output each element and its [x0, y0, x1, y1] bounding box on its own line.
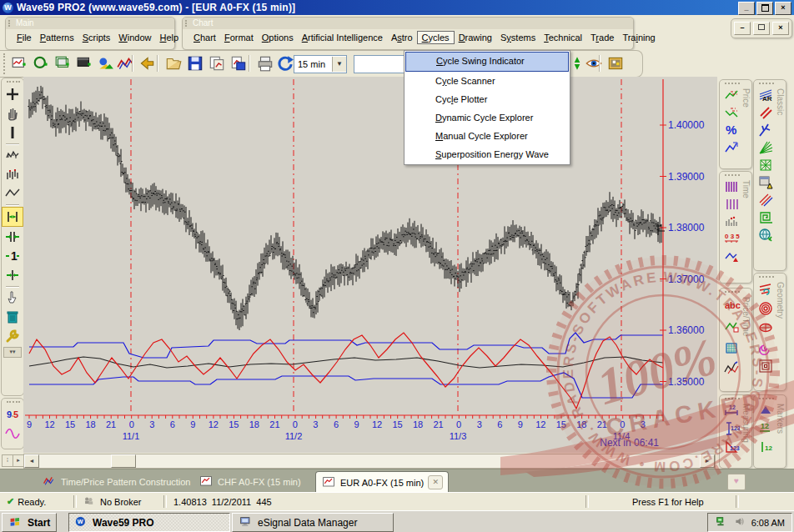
menu-item-drawing[interactable]: Drawing — [455, 31, 496, 44]
nine-five-tool[interactable]: 95 — [3, 405, 23, 424]
palette-measuring[interactable]: Measuring12123123 — [719, 394, 752, 469]
toolbar-scroll-down-button[interactable]: ▾▾ — [3, 347, 22, 358]
menu-item-systems[interactable]: Systems — [496, 31, 540, 44]
trash-tool[interactable] — [3, 308, 23, 326]
scrollbar-thumb[interactable] — [111, 454, 136, 468]
vlines4-tool[interactable] — [722, 196, 741, 212]
spiral-sq-tool[interactable] — [756, 209, 775, 225]
menu-item-cycle-plotter[interactable]: Cycle Plotter — [405, 90, 569, 108]
horizontal-scrollbar[interactable]: ◄ ► — [23, 454, 716, 469]
t035-tool[interactable]: 0 3 5 — [722, 231, 741, 247]
pitchfork-tool[interactable] — [756, 122, 775, 138]
main-toolbar-header[interactable]: Main — [6, 18, 174, 29]
bars-small-tool[interactable] — [3, 146, 23, 164]
crosshatch-tool[interactable] — [756, 157, 775, 173]
drag-grip[interactable] — [3, 53, 8, 74]
chart-toolbar-panel[interactable]: Chart ChartFormatOptionsArtificial Intel… — [182, 17, 634, 50]
menu-item-file[interactable]: File — [13, 31, 36, 44]
zigzag-line-tool[interactable] — [3, 184, 23, 203]
crosshair-tool[interactable] — [3, 85, 23, 103]
tri-ruler-tool[interactable]: 123 — [722, 439, 741, 455]
palette-time[interactable]: Time0 3 5 — [719, 171, 752, 284]
eye-icon[interactable] — [584, 53, 604, 73]
mdi-close-button[interactable]: × — [772, 22, 789, 35]
menu-item-options[interactable]: Options — [258, 31, 298, 44]
pane-expand-button[interactable]: ▸ — [13, 454, 24, 467]
drag-grip[interactable] — [7, 401, 20, 405]
image-window-icon[interactable] — [606, 53, 626, 73]
slashes-rb-tool[interactable] — [756, 192, 775, 208]
m12line-tool[interactable]: 12 — [756, 420, 775, 437]
price-zz-up-tool[interactable] — [722, 87, 741, 103]
menu-item-window[interactable]: Window — [114, 31, 155, 44]
drag-grip[interactable] — [759, 276, 774, 280]
chart-area[interactable]: 9121518210369121518210369121518210369121… — [23, 77, 717, 469]
bars-hilo-tool[interactable] — [3, 165, 23, 183]
globe-tool[interactable] — [756, 227, 775, 243]
ellipse-cross-tool[interactable] — [756, 319, 775, 336]
task-esignal[interactable]: eSignal Data Manager — [232, 513, 394, 532]
abc-tool[interactable]: abc — [722, 295, 741, 314]
spiral-m-tool[interactable] — [756, 338, 775, 355]
vlines5-tool[interactable] — [722, 178, 741, 194]
merge-bars-tool[interactable] — [3, 266, 23, 284]
drag-grip[interactable] — [759, 83, 774, 87]
drag-grip[interactable] — [8, 20, 13, 27]
open-file-icon[interactable] — [163, 53, 183, 73]
percent-tool[interactable]: % — [722, 122, 741, 138]
interval-combobox[interactable]: 15 min ▼ — [294, 55, 347, 73]
wrench-tool[interactable] — [3, 327, 23, 345]
zz-arrows-tool[interactable] — [722, 358, 741, 377]
drag-grip[interactable] — [759, 398, 774, 402]
scroll-right-button[interactable]: ► — [700, 454, 715, 468]
drag-grip[interactable] — [725, 291, 740, 295]
m12bar-tool[interactable]: 12 — [756, 439, 775, 455]
fan-tool[interactable] — [756, 139, 775, 155]
drag-grip[interactable] — [725, 174, 740, 178]
back-arrow-icon[interactable] — [137, 53, 157, 73]
tab-eur-a0-fx[interactable]: EUR A0-FX (15 min) ✕ — [315, 471, 449, 493]
price-arrow-tool[interactable] — [722, 139, 741, 155]
mdi-minimize-button[interactable]: – — [734, 22, 751, 35]
menu-item-technical[interactable]: Technical — [540, 31, 586, 44]
menu-item-patterns[interactable]: Patterns — [36, 31, 78, 44]
start-button[interactable]: Start — [2, 513, 57, 532]
drag-grip[interactable] — [185, 20, 189, 27]
scroll-left-button[interactable]: ◄ — [24, 454, 39, 468]
menu-item-astro[interactable]: Astro — [387, 31, 417, 44]
task-wave59[interactable]: W Wave59 PRO — [68, 513, 230, 532]
new-dark-window-icon[interactable] — [75, 53, 95, 73]
drag-grip[interactable] — [725, 83, 740, 87]
tab-list-button[interactable]: ♥ — [727, 474, 746, 490]
chart-toolbar-header[interactable]: Chart — [183, 18, 633, 29]
zz-box-tool[interactable] — [722, 316, 741, 335]
menu-item-cycles[interactable]: Cycles — [417, 31, 455, 44]
menu-item-dynamic-cycle-explorer[interactable]: Dynamic Cycle Explorer — [405, 108, 569, 127]
restore-button[interactable] — [756, 2, 773, 15]
new-window-icon[interactable] — [53, 53, 73, 73]
menu-item-format[interactable]: Format — [220, 31, 258, 44]
expand-selected-tool[interactable] — [2, 207, 23, 227]
title-bar[interactable]: W Wave59 PRO2 (www.wave59.com) - [EUR A0… — [0, 0, 794, 15]
ruler-v-tool[interactable]: 123 — [722, 420, 741, 437]
copy-chart-icon[interactable] — [207, 53, 227, 73]
tri-up-tool[interactable] — [756, 402, 775, 419]
main-toolbar-panel[interactable]: Main FilePatternsScriptsWindowHelp — [5, 17, 175, 50]
one-bar-tool[interactable]: 1 — [3, 247, 23, 265]
squares3-tool[interactable] — [756, 357, 775, 374]
tab-close-button[interactable]: ✕ — [428, 475, 443, 489]
menu-item-training[interactable]: Training — [618, 31, 659, 44]
slash2-tool[interactable] — [756, 104, 775, 120]
bars-dots-tool[interactable] — [722, 213, 741, 229]
mdi-restore-button[interactable] — [753, 22, 770, 35]
palette-geometry[interactable]: Geometry — [753, 273, 786, 391]
menu-item-scripts[interactable]: Scripts — [78, 31, 115, 44]
palette-markers[interactable]: Markers1212 — [753, 394, 786, 469]
menu-item-cycle-scanner[interactable]: Cycle Scanner — [405, 72, 569, 90]
zz-redtri-tool[interactable] — [722, 248, 741, 264]
price-zz-down-tool[interactable] — [722, 104, 741, 120]
grid-tool[interactable] — [722, 337, 741, 356]
pane-grip-button[interactable]: ⁞ — [2, 454, 13, 467]
circles3-tool[interactable] — [756, 299, 775, 317]
pointer-hand-tool[interactable] — [3, 289, 23, 307]
